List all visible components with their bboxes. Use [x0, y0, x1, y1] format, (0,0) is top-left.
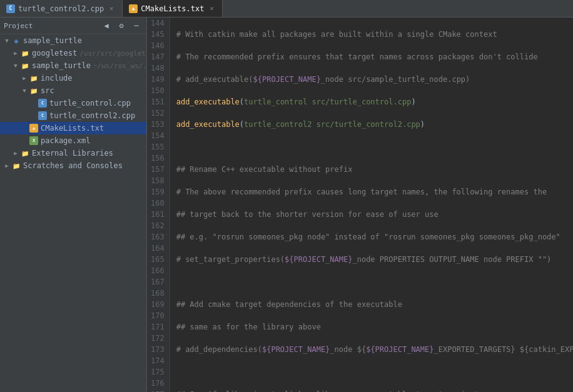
expand-arrow: ▼: [20, 88, 29, 94]
tab-close-active-button[interactable]: ×: [207, 4, 216, 13]
folder-icon: 📁: [20, 48, 30, 58]
sidebar-item-scratches[interactable]: ▶ 📁 Scratches and Consoles: [0, 159, 146, 172]
toolbar-pin-button[interactable]: ◀: [100, 19, 113, 32]
expand-arrow: ▶: [11, 50, 20, 56]
folder-icon: 📁: [11, 161, 21, 171]
code-area[interactable]: # With catkin make all packages are buil…: [170, 18, 573, 392]
tab-label-active: CMakeLists.txt: [141, 4, 204, 13]
sidebar-item-include[interactable]: ▶ 📁 include: [0, 72, 146, 84]
tab-turtle-control2-cpp[interactable]: C turtle_control2.cpp ×: [0, 0, 123, 17]
expand-arrow: ▶: [11, 150, 20, 156]
xml-file-icon: X: [29, 136, 39, 146]
cmake-file-icon: ▲: [29, 123, 39, 133]
folder-icon: 📁: [29, 86, 39, 96]
code-line-144: # With catkin make all packages are buil…: [176, 29, 573, 40]
code-line-153: ## e.g. "rosrun someones_pkg node" inste…: [176, 231, 573, 243]
editor-area: 144 145 146 147 148 149 150 151 152 153 …: [147, 18, 573, 392]
tree-item-label: include: [41, 74, 73, 83]
tree-item-secondary: /usr/src/googlet...: [79, 49, 146, 58]
sidebar-toolbar-title: Project: [4, 22, 98, 30]
expand-arrow: ▶: [20, 75, 29, 81]
code-line-151: # The above recommended prefix causes lo…: [176, 186, 573, 198]
sidebar-item-package-xml[interactable]: X package.xml: [0, 134, 146, 147]
folder-icon: 📁: [29, 73, 39, 83]
code-line-156: ## Add cmake target dependencies of the …: [176, 299, 573, 310]
main-layout: Project ◀ ⚙ ⋯ ▼ ◉ sample_turtle ▶ 📁 goog…: [0, 18, 573, 392]
sidebar-item-sample-turtle-sub[interactable]: ▼ 📁 sample_turtle ~/ws/ros_ws/...: [0, 59, 146, 72]
tree-item-secondary: ~/ws/ros_ws/...: [93, 62, 146, 70]
tree-item-label: sample_turtle: [32, 61, 91, 70]
code-line-159: [176, 366, 573, 378]
cpp-file-icon: C: [6, 4, 15, 13]
tree-item-label: CMakeLists.txt: [41, 124, 104, 133]
tab-close-button[interactable]: ×: [107, 4, 116, 13]
code-line-154: # set_target_properties(${PROJECT_NAME}_…: [176, 254, 573, 265]
code-line-148: add_executable(turtle_control2 src/turtl…: [176, 119, 573, 130]
sidebar-toolbar: Project ◀ ⚙ ⋯: [0, 18, 146, 34]
code-line-145: # The recommended prefix ensures that ta…: [176, 51, 573, 63]
sidebar: Project ◀ ⚙ ⋯ ▼ ◉ sample_turtle ▶ 📁 goog…: [0, 18, 147, 392]
cpp-file-icon: C: [38, 98, 48, 108]
sidebar-item-external-libraries[interactable]: ▶ 📁 External Libraries: [0, 147, 146, 159]
code-line-160: ## Specify libraries to link a library o…: [176, 389, 573, 392]
tab-cmakelists[interactable]: ▲ CMakeLists.txt ×: [123, 0, 223, 17]
tree-item-label: Scratches and Consoles: [23, 161, 123, 170]
expand-arrow: ▼: [3, 38, 11, 44]
toolbar-more-button[interactable]: ⋯: [130, 19, 143, 32]
folder-icon: 📁: [20, 61, 30, 71]
code-line-147: add_executable(turtle_control src/turtle…: [176, 96, 573, 108]
sidebar-item-sample-turtle-root[interactable]: ▼ ◉ sample_turtle: [0, 34, 146, 47]
code-line-149: [176, 141, 573, 153]
code-line-152: ## target back to the shorter version fo…: [176, 209, 573, 220]
tab-bar: C turtle_control2.cpp × ▲ CMakeLists.txt…: [0, 0, 573, 18]
tree-item-label: package.xml: [41, 136, 90, 145]
cpp-file-icon: C: [38, 111, 48, 121]
tree-item-label: External Libraries: [32, 149, 113, 158]
code-line-155: [176, 276, 573, 288]
expand-arrow: ▼: [11, 63, 20, 69]
sidebar-item-googletest[interactable]: ▶ 📁 googletest /usr/src/googlet...: [0, 47, 146, 59]
toolbar-settings-button[interactable]: ⚙: [115, 19, 128, 32]
expand-arrow: ▶: [3, 163, 11, 169]
tree-item-label: googletest: [32, 49, 77, 58]
sidebar-item-turtle-control-cpp[interactable]: C turtle_control.cpp: [0, 97, 146, 109]
tree-item-label: sample_turtle: [23, 36, 82, 45]
cmake-file-icon: ▲: [129, 4, 138, 13]
folder-icon: 📁: [20, 148, 30, 158]
sidebar-item-src[interactable]: ▼ 📁 src: [0, 84, 146, 97]
code-line-157: ## same as for the library above: [176, 321, 573, 333]
code-line-146: # add_executable(${PROJECT_NAME}_node sr…: [176, 74, 573, 85]
project-icon: ◉: [11, 36, 21, 46]
tree-item-label: src: [41, 86, 54, 95]
tree-item-label: turtle_control2.cpp: [49, 111, 135, 120]
line-numbers: 144 145 146 147 148 149 150 151 152 153 …: [147, 18, 170, 392]
sidebar-item-cmakelists[interactable]: ▲ CMakeLists.txt: [0, 122, 146, 134]
tree-item-label: turtle_control.cpp: [49, 99, 131, 108]
code-line-150: ## Rename C++ executable without prefix: [176, 164, 573, 175]
code-line-158: # add_dependencies(${PROJECT_NAME}_node …: [176, 344, 573, 355]
sidebar-item-turtle-control2-cpp[interactable]: C turtle_control2.cpp: [0, 109, 146, 122]
editor-content[interactable]: 144 145 146 147 148 149 150 151 152 153 …: [147, 18, 573, 392]
tab-label: turtle_control2.cpp: [18, 4, 104, 13]
